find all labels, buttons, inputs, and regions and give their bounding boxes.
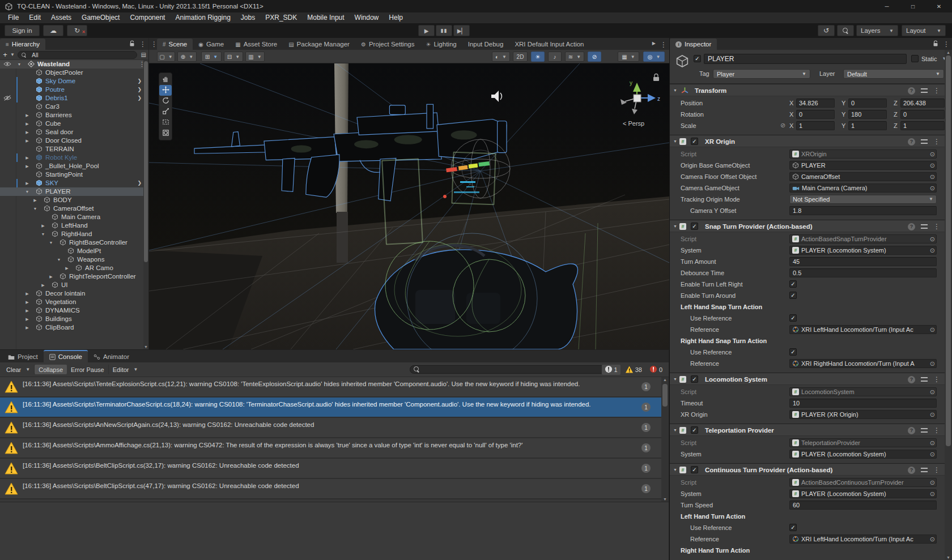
scene-panel-menu-icon[interactable]: ⋮ [660, 41, 667, 49]
hierarchy-item-dynamics[interactable]: ▶DYNAMICS [0, 306, 148, 315]
script-reference-field[interactable]: #LocomotionSystem⊙ [789, 387, 937, 396]
scroll-down-icon[interactable]: ▼ [661, 497, 669, 501]
scene-viewport[interactable]: y z < Persp [149, 63, 669, 349]
x-field[interactable]: 0 [796, 110, 835, 119]
hierarchy-item-lefthand[interactable]: ▶LeftHand [0, 221, 148, 230]
search-by-type-icon[interactable]: ▤ [141, 52, 146, 58]
object-picker-icon[interactable]: ⊙ [930, 439, 935, 447]
object-picker-icon[interactable]: ⊙ [930, 236, 935, 243]
hierarchy-item-debris1[interactable]: Debris1❯ [0, 94, 148, 102]
console-entry[interactable]: [16:11:36] Assets\Scripts\TerminatorChas… [0, 397, 662, 418]
console-scrollbar[interactable]: ▲ ▼ [661, 377, 669, 502]
value-checkbox[interactable]: ✓ [789, 348, 797, 356]
snap-increment-button[interactable]: ⊟▼ [224, 52, 243, 62]
object-picker-icon[interactable]: ⊙ [930, 490, 935, 498]
editor-dropdown[interactable]: Editor▼ [109, 365, 142, 374]
menu-gameobject[interactable]: GameObject [76, 12, 125, 23]
scroll-up-icon[interactable]: ▲ [945, 50, 952, 54]
object-picker-icon[interactable]: ⊙ [930, 151, 935, 158]
hierarchy-item-terrain[interactable]: TERRAIN [0, 145, 148, 153]
hierarchy-item-modelpt[interactable]: ModelPt [0, 247, 148, 255]
component-header-locomotion-system[interactable]: ▼#✓Locomotion System?⋮ [670, 373, 945, 385]
menu-help[interactable]: Help [384, 12, 408, 23]
foldout-open-icon[interactable]: ▼ [673, 224, 677, 228]
collab-button[interactable]: ↻✕ [67, 25, 87, 36]
object-picker-icon[interactable]: ⊙ [930, 451, 935, 458]
hierarchy-item-poutre[interactable]: Poutre❯ [0, 86, 148, 94]
cloud-button[interactable]: ☁ [43, 25, 63, 36]
pause-button[interactable]: ▮▮ [436, 25, 452, 36]
hierarchy-item-barrieres[interactable]: ▶Barrieres [0, 111, 148, 119]
toggle-2d-button[interactable]: 2D [513, 52, 528, 62]
inspector-scrollbar[interactable]: ▲ ▼ [945, 50, 952, 560]
help-icon[interactable]: ? [908, 376, 915, 383]
scene-tabs-menu-icon[interactable]: ⋮ [151, 40, 158, 48]
presets-icon[interactable] [921, 88, 928, 93]
hierarchy-item-ui[interactable]: ▶UI [0, 281, 148, 289]
component-header-xr-origin[interactable]: ▼#✓XR Origin?⋮ [670, 135, 945, 147]
value-checkbox[interactable]: ✓ [789, 292, 797, 299]
scale-tool[interactable] [159, 106, 172, 117]
move-tool[interactable] [159, 85, 172, 96]
tool-orientation-button[interactable]: ⊕▼ [177, 52, 197, 62]
presets-icon[interactable] [921, 224, 928, 229]
input-action-reference-field[interactable]: XRI LeftHand Locomotion/Turn (Input Ac⊙ [789, 325, 937, 334]
scene-audio-button[interactable]: ♪ [548, 52, 562, 62]
tab-project[interactable]: Project [2, 351, 44, 362]
hierarchy-item-car3[interactable]: Car3 [0, 102, 148, 111]
foldout-closed-icon[interactable]: ▶ [24, 136, 31, 145]
value-checkbox[interactable]: ✓ [789, 280, 797, 288]
scale-link-icon[interactable]: ⊘ [780, 122, 785, 129]
object-picker-icon[interactable]: ⊙ [930, 326, 935, 334]
foldout-closed-icon[interactable]: ▶ [40, 221, 46, 230]
hierarchy-item-startingpoint[interactable]: StartingPoint [0, 170, 148, 179]
collapse-button[interactable]: Collapse [35, 365, 67, 374]
scroll-up-icon[interactable]: ▲ [661, 378, 669, 382]
component-menu-icon[interactable]: ⋮ [933, 375, 940, 383]
lock-icon[interactable] [933, 40, 938, 47]
help-icon[interactable]: ? [908, 467, 915, 474]
value-field[interactable]: 60 [789, 501, 937, 510]
prefab-open-arrow-icon[interactable]: ❯ [137, 77, 142, 86]
tool-settings-button[interactable]: ▢▼ [157, 52, 175, 62]
console-search[interactable] [410, 365, 606, 374]
component-enabled-checkbox[interactable]: ✓ [691, 426, 698, 434]
tab-project-settings[interactable]: ⚙Project Settings [355, 39, 420, 50]
layers-dropdown[interactable]: Layers▼ [856, 25, 898, 36]
scroll-down-icon[interactable]: ▼ [143, 345, 148, 349]
hierarchy-item-bullet-hole-pool[interactable]: ▶_Bullet_Hole_Pool [0, 162, 148, 170]
object-reference-field[interactable]: #PLAYER (Locomotion System)⊙ [789, 246, 937, 255]
chevron-down-icon[interactable]: ▼ [10, 52, 15, 57]
console-entry[interactable]: [16:11:36] Assets\Scripts\TenteExplosion… [0, 377, 662, 397]
object-picker-icon[interactable]: ⊙ [930, 360, 935, 367]
input-action-reference-field[interactable]: XRI RightHand Locomotion/Turn (Input A⊙ [789, 359, 937, 368]
hierarchy-item-body[interactable]: ▶BODY [0, 196, 148, 204]
object-reference-field[interactable]: CameraOffset⊙ [789, 172, 937, 181]
input-action-reference-field[interactable]: XRI LeftHand Locomotion/Turn (Input Ac⊙ [789, 535, 937, 544]
hierarchy-item-player[interactable]: ▼PLAYER [0, 187, 148, 196]
component-menu-icon[interactable]: ⋮ [933, 138, 940, 146]
console-entry[interactable]: [16:11:36] Assets\Scripts\BeltClipScript… [0, 479, 662, 499]
foldout-closed-icon[interactable]: ▶ [24, 162, 31, 170]
sign-in-button[interactable]: Sign in [5, 25, 40, 36]
component-header-teleportation-provider[interactable]: ▼#✓Teleportation Provider?⋮ [670, 424, 945, 436]
menu-component[interactable]: Component [125, 12, 170, 23]
tab-lighting[interactable]: ☀Lighting [420, 39, 462, 50]
hierarchy-item-door-closed[interactable]: ▶Door Closed [0, 136, 148, 145]
hierarchy-item-rightbasecontroller[interactable]: ▼RightBaseController [0, 238, 148, 247]
console-entry[interactable]: [16:11:36] Assets\Scripts\BeltClipScript… [0, 459, 662, 479]
foldout-closed-icon[interactable]: ▶ [24, 315, 31, 323]
tab-package-manager[interactable]: ▤Package Manager [283, 39, 355, 50]
object-reference-field[interactable]: #PLAYER (Locomotion System)⊙ [789, 489, 937, 498]
foldout-open-icon[interactable]: ▼ [16, 60, 23, 69]
object-picker-icon[interactable]: ⊙ [930, 536, 935, 543]
hierarchy-item-righthand[interactable]: ▼RightHand [0, 230, 148, 238]
add-object-button[interactable]: + [0, 50, 10, 59]
component-menu-icon[interactable]: ⋮ [933, 466, 940, 474]
object-reference-field[interactable]: PLAYER⊙ [789, 161, 937, 170]
presets-icon[interactable] [921, 139, 928, 144]
hierarchy-scrollbar[interactable]: ▼ [143, 60, 148, 349]
script-reference-field[interactable]: #ActionBasedContinuousTurnProvider⊙ [789, 478, 937, 487]
component-header-continuous-turn-provider-action-based[interactable]: ▼#✓Continuous Turn Provider (Action-base… [670, 463, 945, 476]
transform-tool[interactable] [159, 128, 172, 139]
